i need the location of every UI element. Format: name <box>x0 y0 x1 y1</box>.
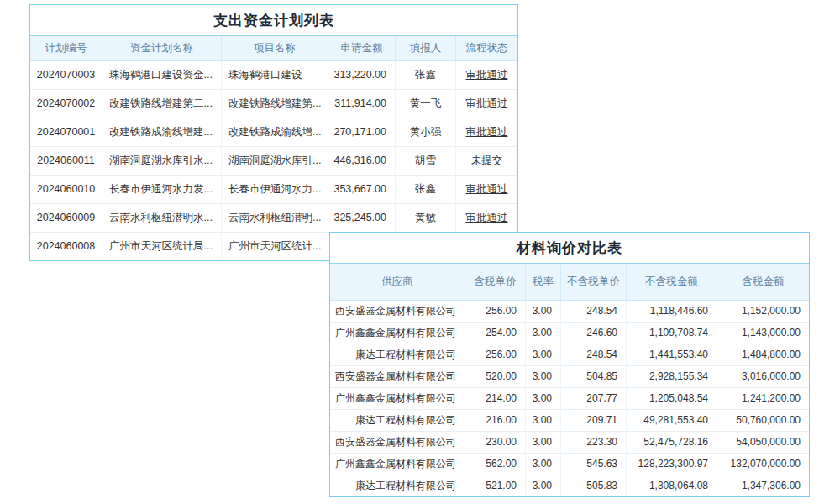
table-row: 2024060011湖南洞庭湖水库引水...湖南洞庭湖水库引...446,316… <box>30 146 517 175</box>
supplier-link[interactable]: 西安盛器金属材料有限公司 <box>330 366 465 387</box>
status-link[interactable]: 审批通过 <box>455 90 517 118</box>
fund-plan-name-link[interactable]: 湖南洞庭湖水库引水... <box>102 147 221 175</box>
table-row: 西安盛器金属材料有限公司256.003.00248.541,118,446.60… <box>330 301 809 322</box>
amount-cell: 353,667.00 <box>328 176 395 203</box>
incl-tax-price-cell: 562.00 <box>465 454 525 475</box>
incl-tax-amount-cell: 3,016,000.00 <box>717 366 809 387</box>
tax-rate-cell: 3.00 <box>525 323 560 344</box>
fund-plan-name-link[interactable]: 长春市伊通河水力发... <box>102 176 221 203</box>
plan-id-link[interactable]: 2024070003 <box>30 61 102 89</box>
status-link[interactable]: 审批通过 <box>455 176 517 203</box>
project-name-link[interactable]: 改建铁路成渝线增... <box>221 118 328 146</box>
supplier-link[interactable]: 康达工程材料有限公司 <box>330 344 465 365</box>
project-name-link[interactable]: 长春市伊通河水力... <box>221 176 328 203</box>
excl-tax-amount-cell: 1,205,048.54 <box>626 388 717 409</box>
project-name-link[interactable]: 改建铁路线增建第... <box>221 90 328 118</box>
material-column-header: 供应商 <box>330 264 465 300</box>
incl-tax-price-cell: 520.00 <box>465 366 525 387</box>
table-row: 2024070001改建铁路成渝线增建...改建铁路成渝线增...270,171… <box>30 118 517 146</box>
expense-plan-panel: 支出资金计划列表 计划编号资金计划名称项目名称申请金额填报人流程状态 20240… <box>29 4 518 261</box>
table-row: 西安盛器金属材料有限公司520.003.00504.852,928,155.34… <box>330 365 809 387</box>
excl-tax-price-cell: 248.54 <box>560 301 626 322</box>
excl-tax-amount-cell: 2,928,155.34 <box>626 366 717 387</box>
incl-tax-amount-cell: 1,152,000.00 <box>717 301 809 322</box>
excl-tax-price-cell: 246.60 <box>560 323 626 344</box>
project-name-link[interactable]: 广州市天河区统计... <box>221 233 328 260</box>
incl-tax-price-cell: 256.00 <box>465 344 525 365</box>
incl-tax-price-cell: 256.00 <box>465 301 525 322</box>
table-row: 广州鑫鑫金属材料有限公司254.003.00246.601,109,708.74… <box>330 322 809 344</box>
excl-tax-amount-cell: 52,475,728.16 <box>626 432 717 453</box>
incl-tax-amount-cell: 1,484,800.00 <box>717 344 809 365</box>
tax-rate-cell: 3.00 <box>525 410 560 431</box>
tax-rate-cell: 3.00 <box>525 454 560 475</box>
table-row: 西安盛器金属材料有限公司230.003.00223.3052,475,728.1… <box>330 431 809 453</box>
tax-rate-cell: 3.00 <box>525 388 560 409</box>
plan-id-link[interactable]: 2024070002 <box>30 90 102 118</box>
table-row: 康达工程材料有限公司521.003.00505.831,308,064.081,… <box>330 475 809 496</box>
table-row: 2024060010长春市伊通河水力发...长春市伊通河水力...353,667… <box>30 175 517 203</box>
amount-cell: 446,316.00 <box>328 147 395 175</box>
status-link[interactable]: 未提交 <box>455 147 517 175</box>
excl-tax-price-cell: 223.30 <box>560 432 626 453</box>
supplier-link[interactable]: 广州鑫鑫金属材料有限公司 <box>330 454 465 475</box>
material-column-header: 不含税金额 <box>626 264 717 300</box>
material-column-header: 含税单价 <box>465 264 525 300</box>
reporter-cell: 张鑫 <box>395 176 455 203</box>
supplier-link[interactable]: 广州鑫鑫金属材料有限公司 <box>330 323 465 344</box>
excl-tax-amount-cell: 128,223,300.97 <box>626 454 717 475</box>
reporter-cell: 黄一飞 <box>395 90 455 118</box>
incl-tax-price-cell: 521.00 <box>465 475 525 496</box>
fund-plan-name-link[interactable]: 云南水利枢纽潜明水... <box>102 204 221 232</box>
material-body: 西安盛器金属材料有限公司256.003.00248.541,118,446.60… <box>330 301 809 496</box>
expense-column-header: 申请金额 <box>328 36 395 60</box>
plan-id-link[interactable]: 2024070001 <box>30 118 102 146</box>
project-name-link[interactable]: 珠海鹤港口建设 <box>221 61 328 89</box>
status-link[interactable]: 审批通过 <box>455 204 517 232</box>
table-row: 2024060009云南水利枢纽潜明水...云南水利枢纽潜明...325,245… <box>30 203 517 232</box>
incl-tax-price-cell: 214.00 <box>465 388 525 409</box>
status-link[interactable]: 审批通过 <box>455 118 517 146</box>
plan-id-link[interactable]: 2024060011 <box>30 147 102 175</box>
expense-column-header: 计划编号 <box>30 36 102 60</box>
expense-column-header: 资金计划名称 <box>102 36 221 60</box>
incl-tax-amount-cell: 1,143,000.00 <box>717 323 809 344</box>
incl-tax-amount-cell: 132,070,000.00 <box>717 454 809 475</box>
incl-tax-price-cell: 230.00 <box>465 432 525 453</box>
tax-rate-cell: 3.00 <box>525 475 560 496</box>
tax-rate-cell: 3.00 <box>525 344 560 365</box>
expense-column-header: 流程状态 <box>455 36 517 60</box>
expense-header-row: 计划编号资金计划名称项目名称申请金额填报人流程状态 <box>30 36 517 61</box>
supplier-link[interactable]: 康达工程材料有限公司 <box>330 475 465 496</box>
excl-tax-price-cell: 504.85 <box>560 366 626 387</box>
table-row: 2024070002改建铁路线增建第二...改建铁路线增建第...311,914… <box>30 89 517 118</box>
fund-plan-name-link[interactable]: 改建铁路线增建第二... <box>102 90 221 118</box>
project-name-link[interactable]: 湖南洞庭湖水库引... <box>221 147 328 175</box>
excl-tax-price-cell: 209.71 <box>560 410 626 431</box>
project-name-link[interactable]: 云南水利枢纽潜明... <box>221 204 328 232</box>
table-row: 康达工程材料有限公司216.003.00209.7149,281,553.405… <box>330 409 809 431</box>
fund-plan-name-link[interactable]: 广州市天河区统计局... <box>102 233 221 260</box>
fund-plan-name-link[interactable]: 珠海鹤港口建设资金... <box>102 61 221 89</box>
plan-id-link[interactable]: 2024060008 <box>30 233 102 260</box>
material-panel-title: 材料询价对比表 <box>330 233 809 264</box>
tax-rate-cell: 3.00 <box>525 301 560 322</box>
incl-tax-price-cell: 254.00 <box>465 323 525 344</box>
amount-cell: 311,914.00 <box>328 90 395 118</box>
material-header-row: 供应商含税单价税率不含税单价不含税金额含税金额 <box>330 264 809 301</box>
supplier-link[interactable]: 西安盛器金属材料有限公司 <box>330 301 465 322</box>
fund-plan-name-link[interactable]: 改建铁路成渝线增建... <box>102 118 221 146</box>
supplier-link[interactable]: 康达工程材料有限公司 <box>330 410 465 431</box>
excl-tax-price-cell: 207.77 <box>560 388 626 409</box>
supplier-link[interactable]: 广州鑫鑫金属材料有限公司 <box>330 388 465 409</box>
supplier-link[interactable]: 西安盛器金属材料有限公司 <box>330 432 465 453</box>
plan-id-link[interactable]: 2024060009 <box>30 204 102 232</box>
amount-cell: 313,220.00 <box>328 61 395 89</box>
tax-rate-cell: 3.00 <box>525 366 560 387</box>
material-column-header: 含税金额 <box>717 264 809 300</box>
plan-id-link[interactable]: 2024060010 <box>30 176 102 203</box>
status-link[interactable]: 审批通过 <box>455 61 517 89</box>
table-row: 广州鑫鑫金属材料有限公司214.003.00207.771,205,048.54… <box>330 387 809 409</box>
material-column-header: 税率 <box>525 264 560 300</box>
amount-cell: 270,171.00 <box>328 118 395 146</box>
